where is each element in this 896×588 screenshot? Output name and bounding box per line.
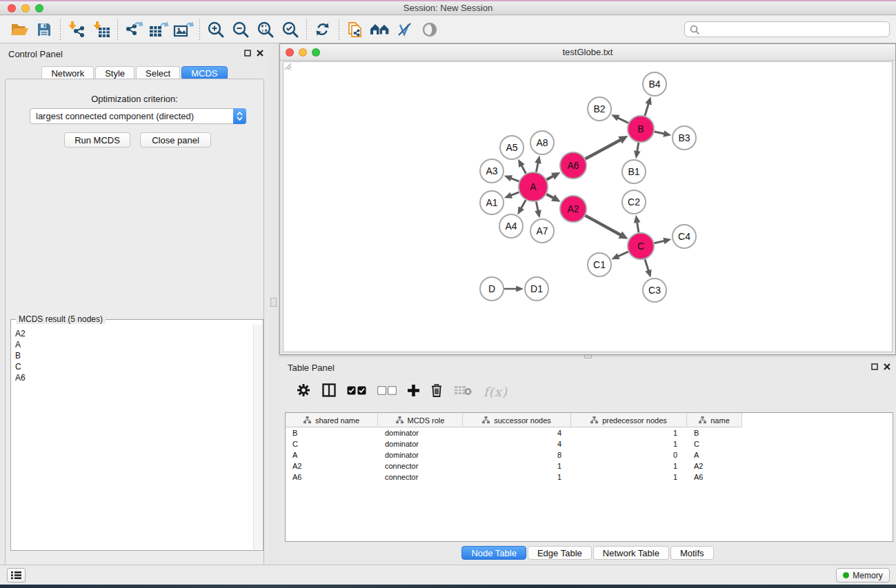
column-header-predecessor-nodes[interactable]: predecessor nodes xyxy=(571,413,687,427)
resize-grip-icon[interactable] xyxy=(283,62,292,70)
edge-A-A5[interactable] xyxy=(521,165,526,174)
table-cell[interactable]: dominator xyxy=(378,438,463,449)
table-cell[interactable]: connector xyxy=(378,460,463,472)
node-C3[interactable]: C3 xyxy=(643,278,666,302)
table-cell[interactable]: C xyxy=(286,438,378,449)
edge-B-B2[interactable] xyxy=(617,117,628,123)
node-D1[interactable]: D1 xyxy=(525,277,548,301)
tab-style[interactable]: Style xyxy=(95,66,135,80)
table-cell[interactable]: connector xyxy=(378,472,463,483)
home-networks-icon[interactable] xyxy=(368,19,392,41)
table-cell[interactable]: 1 xyxy=(571,438,687,449)
table-cell[interactable]: 4 xyxy=(463,427,571,438)
save-session-icon[interactable] xyxy=(32,19,57,41)
edge-C-C4[interactable] xyxy=(655,241,666,243)
close-table-panel-icon[interactable] xyxy=(884,363,890,370)
node-A[interactable]: A xyxy=(519,172,548,201)
node-A8[interactable]: A8 xyxy=(530,131,554,154)
tab-network-table[interactable]: Network Table xyxy=(593,546,669,560)
function-builder-icon[interactable]: f(x) xyxy=(484,385,508,399)
table-cell[interactable]: A xyxy=(286,449,378,460)
zoom-fit-icon[interactable] xyxy=(253,19,278,41)
criterion-dropdown[interactable]: largest connected component (directed) xyxy=(30,108,246,124)
node-B1[interactable]: B1 xyxy=(622,160,646,183)
table-cell[interactable]: 1 xyxy=(463,460,571,472)
node-A4[interactable]: A4 xyxy=(499,214,523,238)
tab-motifs[interactable]: Motifs xyxy=(670,546,714,560)
edge-A-A7[interactable] xyxy=(536,202,538,212)
node-A7[interactable]: A7 xyxy=(530,219,554,243)
select-all-columns-icon[interactable] xyxy=(347,385,366,398)
table-cell[interactable]: dominator xyxy=(378,449,463,460)
export-network-icon[interactable] xyxy=(121,19,146,41)
zoom-out-icon[interactable] xyxy=(228,19,253,41)
table-cell[interactable]: 0 xyxy=(571,449,687,460)
show-graphics-details-icon[interactable] xyxy=(417,19,442,41)
vertical-splitter-handle[interactable] xyxy=(270,298,277,307)
import-table-icon[interactable] xyxy=(89,19,114,41)
table-cell[interactable]: C xyxy=(687,438,742,449)
mcds-result-item[interactable]: A6 xyxy=(15,372,253,383)
close-panel-icon[interactable] xyxy=(257,50,263,57)
mcds-result-item[interactable]: A2 xyxy=(15,328,253,339)
network-window-titlebar[interactable]: testGlobe.txt xyxy=(280,44,895,61)
table-cell[interactable]: 1 xyxy=(463,472,571,483)
unselect-all-columns-icon[interactable] xyxy=(377,385,397,398)
column-header-name[interactable]: name xyxy=(687,413,742,427)
node-B3[interactable]: B3 xyxy=(673,126,696,150)
table-row[interactable]: Adominator80A xyxy=(286,449,893,460)
node-B4[interactable]: B4 xyxy=(643,72,666,96)
table-cell[interactable]: A2 xyxy=(286,460,378,472)
table-cell[interactable]: 8 xyxy=(463,449,571,460)
tab-network[interactable]: Network xyxy=(41,66,94,80)
network-graph[interactable]: AA6A2BCA5A8A3A1A4A7B2B4B3B1C2C4C1C3DD1 xyxy=(283,62,892,352)
edge-C-C1[interactable] xyxy=(617,252,628,256)
memory-button[interactable]: Memory xyxy=(836,568,890,582)
edge-C-C3[interactable] xyxy=(645,259,649,272)
zoom-in-icon[interactable] xyxy=(203,19,228,41)
table-cell[interactable]: A2 xyxy=(687,460,742,472)
column-header-shared-name[interactable]: shared name xyxy=(286,413,378,427)
edge-C-C2[interactable] xyxy=(637,221,639,232)
edge-A2-C[interactable] xyxy=(586,216,622,236)
edge-A6-B[interactable] xyxy=(586,139,621,159)
edge-B-B4[interactable] xyxy=(645,103,649,116)
node-A6[interactable]: A6 xyxy=(560,152,586,179)
table-cell[interactable]: A6 xyxy=(286,472,378,483)
node-C[interactable]: C xyxy=(628,233,654,259)
create-new-column-icon[interactable] xyxy=(408,385,419,399)
search-box[interactable] xyxy=(684,21,890,37)
export-table-icon[interactable] xyxy=(146,19,171,41)
clone-network-icon[interactable] xyxy=(343,19,368,41)
close-panel-button[interactable]: Close panel xyxy=(140,132,211,148)
network-canvas[interactable]: AA6A2BCA5A8A3A1A4A7B2B4B3B1C2C4C1C3DD1 xyxy=(283,61,893,352)
mcds-result-item[interactable]: B xyxy=(15,350,253,361)
table-row[interactable]: A6connector11A6 xyxy=(286,472,893,483)
refresh-view-icon[interactable] xyxy=(310,19,335,41)
open-session-icon[interactable] xyxy=(7,19,32,41)
node-A3[interactable]: A3 xyxy=(480,159,504,183)
hide-graphics-details-icon[interactable] xyxy=(392,19,417,41)
tab-edge-table[interactable]: Edge Table xyxy=(528,546,592,560)
run-mcds-button[interactable]: Run MCDS xyxy=(64,132,130,148)
search-input[interactable] xyxy=(700,25,889,34)
node-A2[interactable]: A2 xyxy=(560,196,586,222)
edge-A-A4[interactable] xyxy=(521,200,526,209)
table-options-gear-icon[interactable] xyxy=(296,383,311,401)
export-image-icon[interactable] xyxy=(171,19,196,41)
node-B2[interactable]: B2 xyxy=(588,97,611,121)
node-C1[interactable]: C1 xyxy=(588,253,611,276)
node-A5[interactable]: A5 xyxy=(500,136,524,159)
tab-mcds[interactable]: MCDS xyxy=(181,66,227,80)
node-D[interactable]: D xyxy=(480,277,504,301)
tab-select[interactable]: Select xyxy=(136,66,180,80)
zoom-selected-icon[interactable] xyxy=(278,19,303,41)
mcds-result-list[interactable]: A2ABCA6 xyxy=(12,325,253,549)
edge-A-A1[interactable] xyxy=(510,192,519,196)
table-cell[interactable]: 1 xyxy=(571,472,687,483)
table-cell[interactable]: 4 xyxy=(463,438,571,449)
task-history-button[interactable] xyxy=(7,568,26,582)
network-minimize-button[interactable] xyxy=(299,48,307,57)
edge-A-A3[interactable] xyxy=(510,178,519,181)
delete-columns-icon[interactable] xyxy=(430,383,443,400)
